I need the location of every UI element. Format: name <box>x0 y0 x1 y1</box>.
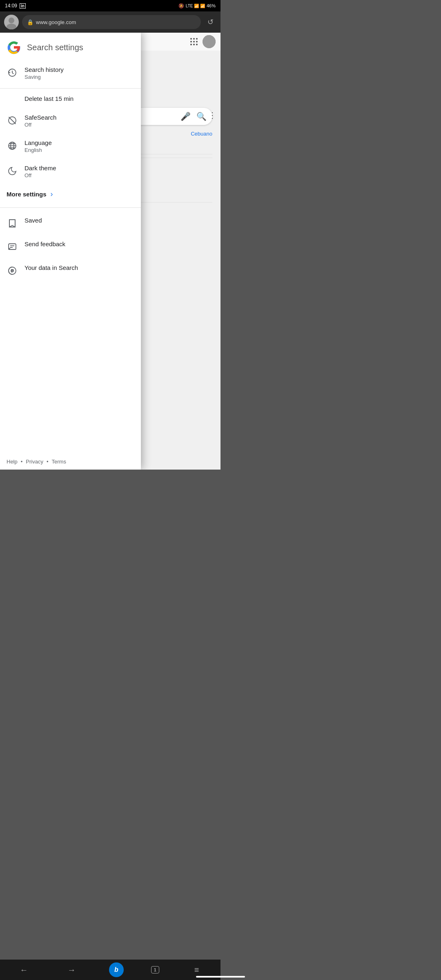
google-g-icon <box>7 40 21 55</box>
dot-1: • <box>21 459 23 465</box>
terms-link[interactable]: Terms <box>52 459 66 465</box>
language-sublabel: English <box>24 147 52 153</box>
more-settings-item[interactable]: More settings › <box>0 184 141 204</box>
svg-point-12 <box>203 35 216 48</box>
linkedin-icon: in <box>20 3 26 9</box>
reload-button[interactable]: ↺ <box>204 18 216 27</box>
svg-point-7 <box>193 41 195 42</box>
svg-point-1 <box>9 18 14 23</box>
language-label: Language <box>24 139 52 146</box>
browser-bar: 🔒 www.google.com ↺ <box>0 11 220 33</box>
your-data-icon <box>7 265 18 276</box>
main-area: e 🎤 🔍 Cebuano ⋮ crease aanana <box>0 33 220 470</box>
svg-point-9 <box>190 44 192 45</box>
url-bar[interactable]: 🔒 www.google.com <box>22 15 201 29</box>
url-text: www.google.com <box>36 19 76 25</box>
dot-2: • <box>47 459 49 465</box>
dark-theme-sublabel: Off <box>24 172 56 178</box>
mic-icon[interactable]: 🎤 <box>180 111 191 121</box>
svg-point-4 <box>193 38 195 40</box>
language-icon <box>7 140 18 151</box>
status-icons: 🔕 LTE 📶 📶 46% <box>178 3 216 9</box>
svg-point-11 <box>196 44 198 45</box>
help-link[interactable]: Help <box>7 459 18 465</box>
delete-15min-label: Delete last 15 min <box>24 95 74 102</box>
saved-label: Saved <box>24 217 42 224</box>
mute-icon: 🔕 <box>178 3 184 9</box>
send-feedback-item[interactable]: Send feedback <box>0 235 141 258</box>
lens-icon[interactable]: 🔍 <box>196 111 207 121</box>
settings-drawer: Search settings Search history Saving De… <box>0 33 141 470</box>
more-options-icon[interactable]: ⋮ <box>208 110 216 120</box>
safesearch-item[interactable]: SafeSearch Off <box>0 108 141 134</box>
svg-point-5 <box>196 38 198 40</box>
svg-point-6 <box>190 41 192 42</box>
your-data-label: Your data in Search <box>24 264 78 271</box>
feedback-icon <box>7 241 18 253</box>
privacy-link[interactable]: Privacy <box>26 459 43 465</box>
svg-point-10 <box>193 44 195 45</box>
search-history-item[interactable]: Search history Saving <box>0 60 141 86</box>
time: 14:09 <box>5 3 17 9</box>
battery: 46% <box>207 3 216 8</box>
signal-icons: LTE 📶 📶 <box>186 4 205 8</box>
more-settings-label: More settings <box>7 191 47 198</box>
search-history-label: Search history <box>24 66 64 73</box>
dark-theme-item[interactable]: Dark theme Off <box>0 159 141 184</box>
send-feedback-label: Send feedback <box>24 241 65 247</box>
drawer-header: Search settings <box>0 33 141 60</box>
chevron-right-icon: › <box>51 190 53 198</box>
saved-item[interactable]: Saved <box>0 211 141 235</box>
dark-theme-icon <box>7 165 18 177</box>
drawer-title: Search settings <box>27 43 83 52</box>
section-divider <box>0 207 141 208</box>
your-data-item[interactable]: Your data in Search <box>0 258 141 282</box>
divider-1 <box>0 88 141 89</box>
svg-point-8 <box>196 41 198 42</box>
safesearch-label: SafeSearch <box>24 114 56 121</box>
apps-icon[interactable] <box>189 37 198 46</box>
safesearch-icon <box>7 115 18 126</box>
language-item[interactable]: Language English <box>0 134 141 159</box>
status-bar: 14:09 in 🔕 LTE 📶 📶 46% <box>0 0 220 11</box>
user-avatar[interactable] <box>203 35 216 48</box>
safesearch-sublabel: Off <box>24 122 56 128</box>
svg-point-3 <box>190 38 192 40</box>
dark-theme-label: Dark theme <box>24 165 56 172</box>
drawer-footer: Help • Privacy • Terms <box>0 452 141 470</box>
saved-icon <box>7 218 18 229</box>
delete-15min-item[interactable]: Delete last 15 min <box>0 91 141 108</box>
history-icon <box>7 67 18 78</box>
svg-rect-21 <box>9 220 15 227</box>
search-history-sublabel: Saving <box>24 74 64 80</box>
lock-icon: 🔒 <box>27 19 33 25</box>
avatar[interactable] <box>4 15 19 29</box>
